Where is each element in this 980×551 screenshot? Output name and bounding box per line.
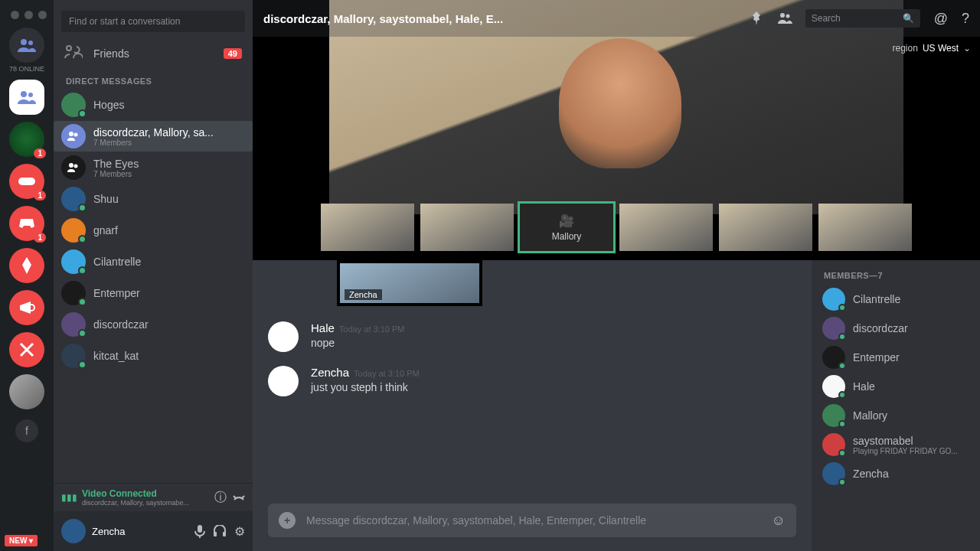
pin-icon[interactable] bbox=[750, 11, 763, 25]
mute-icon[interactable] bbox=[194, 524, 205, 538]
dm-header: DIRECT MESSAGES bbox=[54, 69, 253, 89]
home-button[interactable] bbox=[9, 28, 44, 63]
participant-thumb[interactable] bbox=[719, 204, 812, 251]
traffic-min[interactable] bbox=[24, 11, 33, 19]
message-composer[interactable]: + Message discordczar, Mallory, saystoma… bbox=[268, 504, 796, 537]
server-item[interactable] bbox=[9, 332, 44, 367]
deafen-icon[interactable] bbox=[213, 525, 227, 537]
avatar bbox=[822, 462, 845, 485]
add-server-button[interactable]: f bbox=[15, 419, 38, 442]
member-item[interactable]: Mallory bbox=[818, 401, 974, 430]
traffic-close[interactable] bbox=[11, 11, 19, 19]
server-item[interactable] bbox=[9, 290, 44, 325]
dm-name: Hoges bbox=[93, 99, 124, 111]
svg-point-8 bbox=[69, 163, 74, 168]
search-input[interactable]: Search🔍 bbox=[805, 9, 920, 28]
self-preview-label: Zencha bbox=[345, 289, 382, 300]
svg-rect-12 bbox=[223, 532, 226, 536]
avatar[interactable] bbox=[268, 366, 299, 396]
dm-item[interactable]: gnarf bbox=[54, 215, 253, 246]
avatar bbox=[61, 312, 86, 337]
svg-point-14 bbox=[786, 15, 789, 18]
voice-status: ▮▮▮ Video Connected discordczar, Mallory… bbox=[54, 483, 253, 511]
message: HaleToday at 3:10 PMnope bbox=[268, 321, 796, 352]
megaphone-icon bbox=[18, 300, 35, 315]
avatar bbox=[61, 124, 86, 148]
dm-item[interactable]: Entemper bbox=[54, 278, 253, 308]
disconnect-icon[interactable] bbox=[233, 492, 245, 503]
members-icon[interactable] bbox=[776, 12, 793, 24]
server-item[interactable]: 1 bbox=[9, 122, 44, 157]
member-item[interactable]: Zencha bbox=[818, 459, 974, 488]
region-selector[interactable]: region US West ⌄ bbox=[893, 43, 971, 54]
avatar bbox=[822, 288, 845, 311]
avatar bbox=[61, 93, 86, 117]
member-item[interactable]: saystomabelPlaying FRIDAY FRIDAY GO... bbox=[818, 430, 974, 459]
member-item[interactable]: Hale bbox=[818, 372, 974, 401]
dm-item[interactable]: discordczar, Mallory, sa...7 Members bbox=[54, 121, 253, 152]
server-item[interactable]: 1 bbox=[9, 206, 44, 241]
discord-icon bbox=[18, 217, 35, 230]
server-item[interactable] bbox=[9, 374, 44, 409]
server-item[interactable]: 1 bbox=[9, 164, 44, 199]
user-panel: Zencha ⚙ bbox=[54, 511, 253, 551]
member-name: Entemper bbox=[853, 351, 900, 364]
info-icon[interactable]: ⓘ bbox=[214, 490, 227, 506]
avatar bbox=[822, 317, 845, 340]
message-author[interactable]: Zencha bbox=[311, 366, 349, 379]
svg-point-7 bbox=[74, 133, 78, 137]
svg-point-9 bbox=[74, 165, 78, 168]
dm-name: discordczar bbox=[93, 318, 149, 331]
member-name: Zencha bbox=[853, 468, 889, 480]
participant-thumb[interactable]: 🎥Mallory bbox=[520, 204, 613, 251]
dm-item[interactable]: Shuu bbox=[54, 184, 253, 214]
member-item[interactable]: Entemper bbox=[818, 343, 974, 372]
avatar bbox=[61, 218, 86, 243]
mentions-icon[interactable]: @ bbox=[934, 11, 948, 27]
help-icon[interactable]: ? bbox=[962, 11, 969, 27]
message-author[interactable]: Hale bbox=[311, 321, 335, 334]
dm-item[interactable]: Cilantrelle bbox=[54, 246, 253, 277]
server-selected[interactable] bbox=[9, 80, 44, 115]
dm-item[interactable]: discordczar bbox=[54, 309, 253, 340]
people-icon bbox=[17, 90, 37, 105]
emoji-icon[interactable]: ☺ bbox=[772, 513, 786, 529]
conversation-search[interactable]: Find or start a conversation bbox=[61, 11, 245, 32]
search-placeholder: Find or start a conversation bbox=[69, 16, 180, 27]
members-header: MEMBERS—7 bbox=[818, 268, 974, 285]
svg-point-3 bbox=[28, 93, 33, 97]
attach-icon[interactable]: + bbox=[279, 512, 296, 529]
member-status: Playing FRIDAY FRIDAY GO... bbox=[853, 447, 958, 455]
member-name: saystomabel bbox=[853, 435, 958, 447]
self-avatar[interactable] bbox=[61, 519, 86, 543]
new-badge[interactable]: NEW▾ bbox=[5, 535, 38, 546]
settings-icon[interactable]: ⚙ bbox=[234, 524, 245, 539]
avatar bbox=[61, 187, 86, 211]
message-timestamp: Today at 3:10 PM bbox=[354, 369, 420, 378]
self-username: Zencha bbox=[92, 526, 187, 537]
server-item[interactable] bbox=[9, 248, 44, 283]
dm-item[interactable]: Hoges bbox=[54, 90, 253, 120]
participant-thumb[interactable] bbox=[321, 204, 414, 251]
member-item[interactable]: discordczar bbox=[818, 314, 974, 343]
dm-item[interactable]: kitcat_kat bbox=[54, 341, 253, 371]
search-icon: 🔍 bbox=[903, 13, 914, 24]
traffic-max[interactable] bbox=[38, 11, 47, 19]
participant-thumb[interactable] bbox=[420, 204, 514, 251]
svg-rect-11 bbox=[214, 532, 217, 536]
self-preview[interactable]: Zencha bbox=[337, 260, 482, 306]
member-item[interactable]: Cilantrelle bbox=[818, 285, 974, 314]
participant-thumb[interactable] bbox=[818, 204, 912, 251]
member-name: Hale bbox=[853, 380, 875, 393]
topbar: discordczar, Mallory, saystomabel, Hale,… bbox=[253, 0, 980, 37]
pen-icon bbox=[20, 257, 34, 274]
participant-thumb[interactable] bbox=[619, 204, 713, 251]
member-name: Cilantrelle bbox=[853, 293, 900, 305]
avatar[interactable] bbox=[268, 321, 299, 352]
dm-item[interactable]: The Eyes7 Members bbox=[54, 152, 253, 183]
online-count: 78 ONLINE bbox=[9, 65, 44, 73]
server-rail: 78 ONLINE 1 1 1 f bbox=[0, 0, 54, 551]
people-icon bbox=[17, 37, 37, 53]
friends-button[interactable]: Friends 49 bbox=[54, 38, 253, 69]
avatar bbox=[822, 375, 845, 398]
